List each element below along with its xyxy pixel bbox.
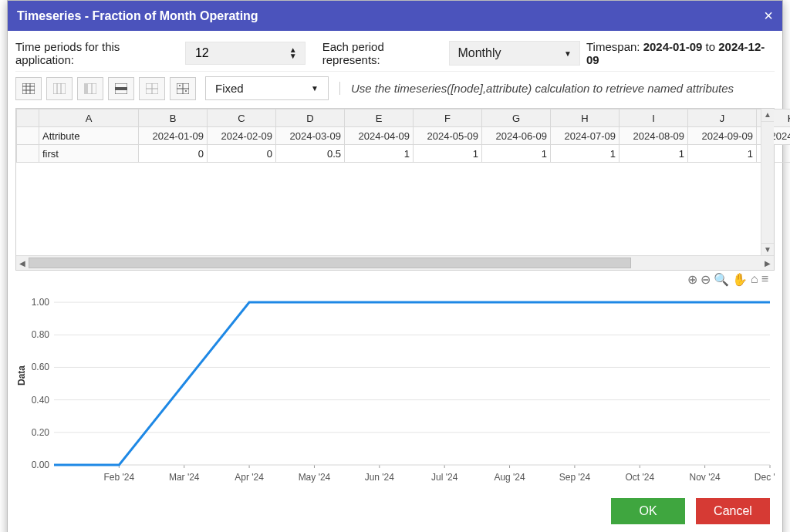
svg-text:0.00: 0.00	[32, 460, 50, 470]
mode-select[interactable]: Fixed ▼	[205, 76, 329, 100]
hint-text: Use the timeseries([node],attribute) cal…	[339, 82, 734, 95]
config-row: Time periods for this application: ▲ ▼ E…	[15, 35, 775, 71]
grid-hscroll[interactable]: ◀ ▶	[16, 255, 774, 270]
svg-text:May '24: May '24	[299, 472, 331, 483]
each-period-label: Each period represents:	[322, 40, 444, 66]
svg-text:Oct '24: Oct '24	[625, 472, 654, 483]
close-icon[interactable]: ×	[764, 7, 773, 25]
grid-tool-3[interactable]	[77, 77, 103, 100]
grid-tool-2[interactable]	[46, 77, 73, 100]
zoom-in-icon[interactable]: ⊕	[687, 272, 697, 287]
svg-rect-5	[53, 83, 66, 94]
svg-text:1.00: 1.00	[32, 297, 50, 308]
scroll-right-icon[interactable]: ▶	[761, 259, 774, 268]
dialog-buttons: OK Cancel	[15, 490, 775, 532]
svg-text:Data: Data	[16, 365, 27, 386]
svg-rect-0	[22, 83, 35, 94]
timespan-text: Timespan: 2024-01-09 to 2024-12-09	[586, 40, 775, 66]
svg-rect-12	[115, 87, 127, 90]
timeseries-dialog: Timeseries - Fraction of Month Operating…	[7, 0, 783, 532]
timespan-from: 2024-01-09	[643, 40, 703, 53]
svg-point-19	[179, 85, 181, 86]
scroll-up-icon[interactable]: ▲	[761, 109, 774, 122]
svg-text:0.20: 0.20	[32, 427, 50, 438]
zoom-out-icon[interactable]: ⊖	[701, 272, 711, 287]
time-periods-label: Time periods for this application:	[15, 40, 179, 66]
cancel-button[interactable]: Cancel	[696, 498, 770, 524]
svg-text:0.60: 0.60	[32, 362, 50, 372]
period-unit-select[interactable]: Monthly ▼	[449, 41, 580, 66]
grid-tool-5[interactable]	[139, 77, 165, 100]
zoom-select-icon[interactable]: 🔍	[714, 272, 729, 287]
periods-input[interactable]	[194, 45, 266, 61]
chart-toolbar: ⊕ ⊖ 🔍 ✋ ⌂ ≡	[687, 272, 768, 287]
periods-spinner[interactable]: ▲ ▼	[289, 47, 297, 59]
grid-tool-4[interactable]	[108, 77, 134, 100]
mode-value: Fixed	[215, 82, 244, 95]
svg-text:0.80: 0.80	[32, 329, 50, 340]
svg-point-20	[185, 90, 187, 92]
grid-tool-6[interactable]	[170, 77, 196, 100]
chevron-down-icon: ▼	[564, 49, 572, 58]
svg-text:Jul '24: Jul '24	[431, 472, 458, 483]
home-icon[interactable]: ⌂	[751, 272, 758, 287]
svg-text:Mar '24: Mar '24	[169, 472, 200, 483]
hscroll-thumb[interactable]	[29, 258, 631, 268]
scroll-down-icon[interactable]: ▼	[761, 243, 774, 256]
titlebar: Timeseries - Fraction of Month Operating…	[8, 1, 782, 31]
chevron-down-icon: ▼	[311, 84, 319, 93]
svg-text:Aug '24: Aug '24	[494, 472, 525, 483]
grid-vscroll[interactable]: ▲ ▼	[761, 109, 774, 256]
svg-text:Nov '24: Nov '24	[689, 472, 721, 483]
toolbar-row: Fixed ▼ Use the timeseries([node],attrib…	[15, 71, 775, 105]
ok-button[interactable]: OK	[611, 498, 685, 524]
svg-text:Dec '24: Dec '24	[755, 472, 775, 483]
svg-rect-9	[84, 83, 88, 94]
period-unit-value: Monthly	[457, 46, 501, 60]
grid-tool-1[interactable]	[15, 77, 42, 100]
spinner-down-icon[interactable]: ▼	[289, 53, 297, 59]
dialog-title: Timeseries - Fraction of Month Operating	[17, 9, 258, 23]
menu-icon[interactable]: ≡	[761, 272, 768, 287]
pan-icon[interactable]: ✋	[732, 272, 748, 287]
scroll-left-icon[interactable]: ◀	[16, 259, 29, 268]
periods-stepper[interactable]: ▲ ▼	[185, 42, 306, 65]
svg-text:Feb '24: Feb '24	[104, 472, 135, 483]
svg-text:0.40: 0.40	[32, 395, 50, 406]
svg-text:Sep '24: Sep '24	[559, 472, 591, 483]
data-grid[interactable]: ABCDEFGHIJKAttribute2024-01-092024-02-09…	[15, 108, 775, 271]
chart-area: ⊕ ⊖ 🔍 ✋ ⌂ ≡ 0.000.200.400.600.801.00Feb …	[15, 271, 775, 490]
svg-text:Jun '24: Jun '24	[365, 472, 395, 483]
svg-text:Apr '24: Apr '24	[235, 472, 264, 483]
line-chart: 0.000.200.400.600.801.00Feb '24Mar '24Ap…	[15, 274, 775, 488]
